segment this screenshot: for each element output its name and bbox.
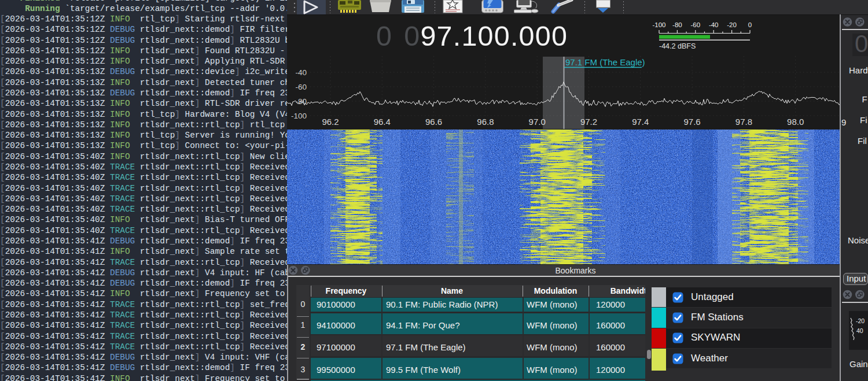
svg-text:-40: -40 [295, 68, 307, 77]
svg-text:96.8: 96.8 [477, 117, 494, 127]
svg-text:-100: -100 [291, 112, 307, 120]
svg-text:-60: -60 [295, 83, 307, 91]
svg-text:97.0: 97.0 [529, 117, 546, 127]
svg-text:96.4: 96.4 [374, 117, 391, 127]
svg-text:97.6: 97.6 [683, 117, 700, 127]
svg-text:97.4: 97.4 [632, 117, 649, 127]
svg-text:98.0: 98.0 [787, 117, 804, 127]
svg-text:96.2: 96.2 [322, 117, 339, 127]
svg-text:97.1 FM (The Eagle): 97.1 FM (The Eagle) [565, 57, 645, 67]
svg-text:97.2: 97.2 [580, 117, 597, 127]
svg-text:-20: -20 [856, 317, 865, 324]
svg-text:96.6: 96.6 [425, 117, 442, 127]
svg-text:-80: -80 [295, 97, 307, 106]
svg-text:40: 40 [856, 327, 863, 334]
svg-text:97.8: 97.8 [735, 117, 752, 127]
